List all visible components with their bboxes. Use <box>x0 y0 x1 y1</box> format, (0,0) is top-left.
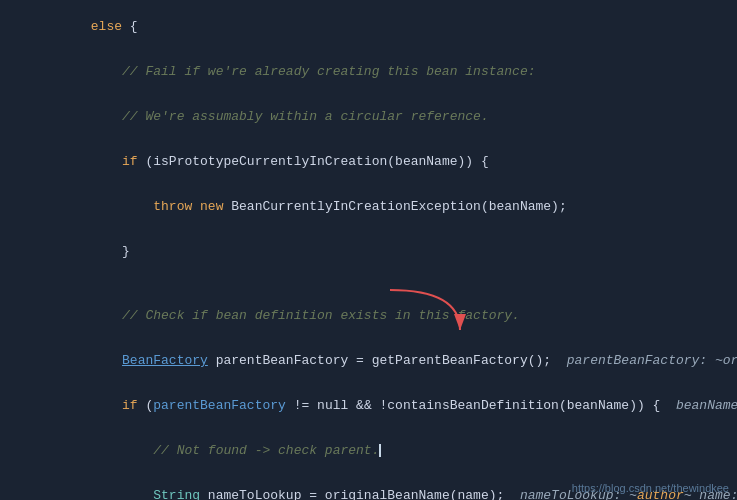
code-line: if (isPrototypeCurrentlyInCreation(beanN… <box>0 139 737 184</box>
code-line: // Check if bean definition exists in th… <box>0 293 737 338</box>
line-text: // Not found -> check parent. <box>40 428 737 473</box>
keyword: else <box>91 19 122 34</box>
code-line: BeanFactory parentBeanFactory = getParen… <box>0 338 737 383</box>
code-line <box>0 274 737 293</box>
code-line: if (parentBeanFactory != null && !contai… <box>0 383 737 428</box>
code-line: // Not found -> check parent. <box>0 428 737 473</box>
code-line: // We're assumably within a circular ref… <box>0 94 737 139</box>
line-text: if (parentBeanFactory != null && !contai… <box>40 383 737 428</box>
line-text: throw new BeanCurrentlyInCreationExcepti… <box>40 184 737 229</box>
line-text: BeanFactory parentBeanFactory = getParen… <box>40 338 737 383</box>
code-line: else { <box>0 4 737 49</box>
line-text: else { <box>40 4 737 49</box>
watermark: https://blog.csdn.net/thewindkee <box>572 482 729 494</box>
text-cursor <box>379 444 381 457</box>
line-text: // Check if bean definition exists in th… <box>40 293 737 338</box>
line-text: // We're assumably within a circular ref… <box>40 94 737 139</box>
code-line: } <box>0 229 737 274</box>
line-text: } <box>40 229 737 274</box>
code-line: throw new BeanCurrentlyInCreationExcepti… <box>0 184 737 229</box>
code-editor: else { // Fail if we're already creating… <box>0 0 737 500</box>
code-line: // Fail if we're already creating this b… <box>0 49 737 94</box>
line-text <box>40 274 737 289</box>
line-text: if (isPrototypeCurrentlyInCreation(beanN… <box>40 139 737 184</box>
line-text: // Fail if we're already creating this b… <box>40 49 737 94</box>
